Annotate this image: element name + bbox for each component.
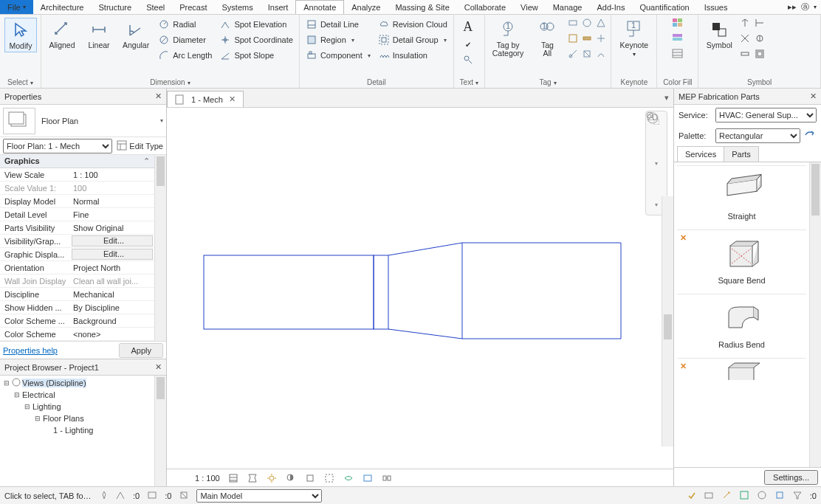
tab-systems[interactable]: Systems bbox=[215, 0, 261, 14]
sym-3-icon[interactable] bbox=[740, 33, 750, 45]
angular-dim-button[interactable]: Angular bbox=[120, 18, 152, 51]
help-icon[interactable]: ⓐ bbox=[801, 1, 809, 13]
region-button[interactable]: Region bbox=[304, 33, 372, 46]
spot-elevation-button[interactable]: Spot Elevation bbox=[218, 18, 295, 31]
prop-row[interactable]: Parts VisibilityShow Original bbox=[0, 221, 154, 235]
prop-row[interactable]: Color Scheme ...Background bbox=[0, 314, 154, 328]
tab-massing-site[interactable]: Massing & Site bbox=[388, 0, 456, 14]
findreplace-button[interactable] bbox=[461, 53, 475, 66]
status-ic1-icon[interactable] bbox=[115, 490, 126, 502]
tab-precast[interactable]: Precast bbox=[172, 0, 214, 14]
sb-filter-icon[interactable] bbox=[792, 490, 803, 502]
tab-add-ins[interactable]: Add-Ins bbox=[589, 0, 632, 14]
tag-small-1-icon[interactable] bbox=[568, 18, 578, 30]
text-group-label[interactable]: Text bbox=[458, 77, 480, 86]
prop-row[interactable]: Visibility/Grap...Edit... bbox=[0, 235, 154, 248]
close-icon[interactable]: ✕ bbox=[155, 362, 162, 372]
prop-row[interactable]: Color Scheme<none> bbox=[0, 328, 154, 341]
dimension-group-label[interactable]: Dimension bbox=[46, 77, 295, 86]
delete-icon[interactable]: ✕ bbox=[680, 362, 687, 371]
edit-type-button[interactable]: Edit Type bbox=[117, 140, 163, 152]
project-tree[interactable]: ⊟Views (Discipline)⊟Electrical⊟Lighting⊟… bbox=[0, 376, 166, 486]
component-button[interactable]: Component bbox=[304, 49, 372, 62]
tree-item[interactable]: 1 - Lighting bbox=[0, 424, 166, 436]
vc-visual-icon[interactable] bbox=[247, 472, 258, 484]
text-button[interactable]: A bbox=[458, 18, 478, 35]
tag-small-6-icon[interactable] bbox=[596, 33, 606, 45]
keynote-button[interactable]: 1Keynote▾ bbox=[617, 18, 652, 59]
tree-twisty-icon[interactable]: ⊟ bbox=[3, 379, 10, 387]
tree-item[interactable]: ⊟Lighting bbox=[0, 401, 166, 412]
sb-ic4-icon[interactable] bbox=[739, 490, 749, 502]
prop-row[interactable]: OrientationProject North bbox=[0, 261, 154, 275]
parts-scrollbar[interactable] bbox=[809, 162, 821, 467]
tag-small-5-icon[interactable] bbox=[582, 33, 592, 45]
tag-small-4-icon[interactable] bbox=[568, 33, 578, 45]
colorfill-1-icon[interactable] bbox=[672, 18, 684, 30]
tab-structure[interactable]: Structure bbox=[92, 0, 140, 14]
prop-row[interactable]: Scale Value 1:100 bbox=[0, 182, 154, 195]
tag-small-9-icon[interactable] bbox=[596, 49, 606, 61]
nav-zoom-icon[interactable] bbox=[649, 176, 664, 191]
tag-small-2-icon[interactable] bbox=[582, 18, 592, 30]
vc-shadow-icon[interactable] bbox=[285, 472, 297, 484]
vc-hide-icon[interactable] bbox=[343, 472, 354, 484]
spot-coordinate-button[interactable]: Spot Coordinate bbox=[218, 33, 295, 46]
vc-reveal-icon[interactable] bbox=[362, 472, 374, 484]
canvas-vscrollbar[interactable] bbox=[662, 196, 673, 446]
linear-dim-button[interactable]: Linear bbox=[83, 18, 115, 51]
spellcheck-button[interactable]: ✔ bbox=[461, 38, 475, 51]
tag-small-8-icon[interactable] bbox=[582, 49, 592, 61]
colorfill-2-icon[interactable] bbox=[672, 33, 684, 45]
drawing-canvas[interactable]: ⬚ 2D ▾ ▾ bbox=[167, 108, 673, 469]
part-item[interactable]: ✕Square Bend bbox=[677, 229, 806, 294]
tag-group-label[interactable]: Tag bbox=[489, 77, 607, 86]
tab-steel[interactable]: Steel bbox=[139, 0, 172, 14]
status-ic2-icon[interactable] bbox=[147, 490, 157, 502]
palette-select[interactable]: Rectangular bbox=[715, 128, 800, 143]
vc-sun-icon[interactable] bbox=[266, 472, 278, 484]
properties-help-link[interactable]: Properties help bbox=[3, 346, 58, 355]
prop-row[interactable]: DisciplineMechanical bbox=[0, 288, 154, 301]
vc-crop-icon[interactable] bbox=[304, 472, 316, 484]
view-tabs-menu[interactable]: ▾ bbox=[660, 89, 673, 107]
tab-issues[interactable]: Issues bbox=[697, 0, 735, 14]
aligned-dim-button[interactable]: Aligned bbox=[46, 18, 78, 51]
part-item[interactable]: Straight bbox=[677, 165, 806, 229]
tree-twisty-icon[interactable]: ⊟ bbox=[13, 391, 21, 398]
delete-icon[interactable]: ✕ bbox=[680, 233, 687, 243]
revision-cloud-button[interactable]: Revision Cloud bbox=[377, 18, 449, 31]
vc-crop2-icon[interactable] bbox=[323, 472, 335, 484]
tab-manage[interactable]: Manage bbox=[546, 0, 590, 14]
part-item[interactable]: Radius Bend bbox=[677, 294, 806, 358]
tree-twisty-icon[interactable]: ⊟ bbox=[24, 403, 31, 410]
tree-twisty-icon[interactable]: ⊟ bbox=[34, 415, 41, 422]
vc-constraints-icon[interactable] bbox=[381, 472, 393, 484]
apply-button[interactable]: Apply bbox=[119, 343, 163, 358]
tag-by-category-button[interactable]: 1Tag by Category bbox=[489, 18, 527, 59]
tag-all-button[interactable]: 1Tag All bbox=[531, 18, 563, 59]
prop-row[interactable]: Display ModelNormal bbox=[0, 195, 154, 208]
tab-analyze[interactable]: Analyze bbox=[344, 0, 388, 14]
arclength-dim-button[interactable]: Arc Length bbox=[157, 49, 213, 62]
sb-ic2-icon[interactable] bbox=[704, 490, 714, 502]
detail-line-button[interactable]: Detail Line bbox=[304, 18, 372, 31]
status-ic3-icon[interactable] bbox=[179, 490, 189, 502]
sb-ic6-icon[interactable] bbox=[774, 490, 785, 502]
tree-item[interactable]: ⊟Views (Discipline) bbox=[0, 377, 166, 389]
symbol-button[interactable]: Symbol bbox=[703, 18, 735, 51]
service-select[interactable]: HVAC: General Sup... bbox=[715, 108, 817, 122]
tab-annotate[interactable]: Annotate bbox=[295, 0, 344, 14]
tab-collaborate[interactable]: Collaborate bbox=[457, 0, 513, 14]
vc-detail-icon[interactable] bbox=[227, 472, 239, 484]
prop-row[interactable]: Show Hidden ...By Discipline bbox=[0, 301, 154, 314]
part-item[interactable]: ✕ bbox=[677, 358, 806, 380]
colorfill-3-icon[interactable] bbox=[672, 49, 684, 61]
sb-ic1-icon[interactable] bbox=[686, 490, 696, 502]
type-selector[interactable]: Floor Plan ▾ bbox=[0, 105, 166, 137]
nav-pan-icon[interactable]: ▾ bbox=[649, 156, 664, 170]
prop-row[interactable]: Detail LevelFine bbox=[0, 208, 154, 221]
tab-parts[interactable]: Parts bbox=[724, 146, 759, 162]
sym-2-icon[interactable] bbox=[755, 18, 765, 30]
tab-quantification[interactable]: Quantification bbox=[632, 0, 696, 14]
